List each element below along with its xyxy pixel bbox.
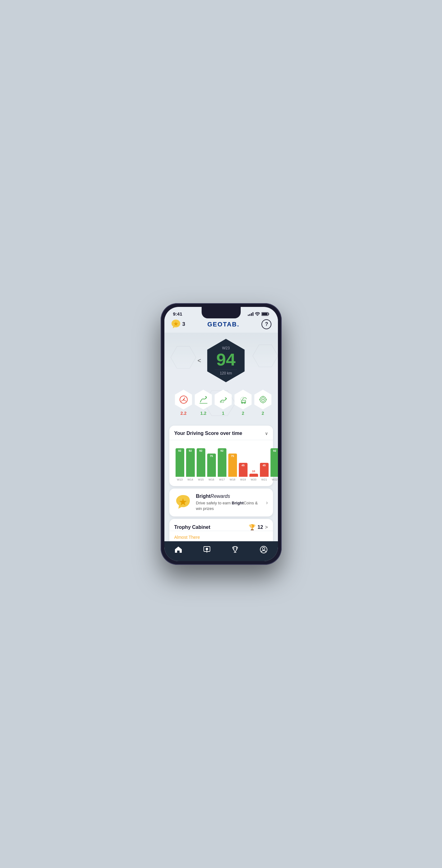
rewards-title: BrightRewards xyxy=(196,494,262,499)
bar-label-inside-2: 92 xyxy=(199,448,202,452)
svg-point-15 xyxy=(262,399,264,400)
nav-trophy[interactable] xyxy=(226,545,244,555)
bottom-navigation xyxy=(165,541,278,561)
bar-label-outside-7: 10 xyxy=(252,469,255,473)
bar-label-inside-3: 75 xyxy=(210,454,213,458)
svg-point-9 xyxy=(183,399,184,400)
chart-bar-fill-1: 92 xyxy=(186,448,195,477)
svg-point-25 xyxy=(206,548,208,550)
score-hexagon: W23 94 120 km xyxy=(204,339,247,382)
chart-bar-fill-4: 92 xyxy=(218,448,227,477)
almost-there-label: Almost There xyxy=(174,535,268,540)
bright-coins-badge[interactable]: 3 xyxy=(171,319,185,330)
bar-week-1: W14 xyxy=(187,478,193,481)
notch xyxy=(202,307,241,318)
battery-icon xyxy=(262,312,269,316)
chart-bar-fill-9: 92 xyxy=(270,448,278,477)
bar-label-inside-1: 92 xyxy=(188,448,192,452)
bar-week-0: W13 xyxy=(177,478,183,481)
phone-screen: 9:41 xyxy=(165,307,278,561)
driving-score-header[interactable]: Your Driving Score over time ∨ xyxy=(174,431,268,436)
speedometer-icon xyxy=(179,395,188,405)
chart-bar-fill-6: 45 xyxy=(239,463,247,477)
chart-bar-6: 45W19 xyxy=(239,463,247,481)
rewards-title-bold: Bright xyxy=(196,494,211,499)
coin-icon xyxy=(171,319,181,330)
chart-bar-wrap-3: 75 xyxy=(207,454,216,477)
rewards-desc-text: Drive safely to earn xyxy=(196,501,232,505)
rewards-desc-bold: Bright xyxy=(232,501,243,505)
chart-bar-wrap-1: 92 xyxy=(186,448,195,477)
cornering-icon xyxy=(238,395,248,405)
map-pin-icon xyxy=(203,546,211,554)
bar-label-inside-6: 45 xyxy=(241,463,244,467)
trophy-nav-icon xyxy=(231,546,239,554)
chart-bar-fill-3: 75 xyxy=(207,454,216,477)
chart-bar-wrap-9: 92 xyxy=(270,448,278,477)
chart-bar-5: 75W18 xyxy=(228,454,237,481)
trophy-title: Trophy Cabinet xyxy=(174,525,210,530)
trophy-header: Trophy Cabinet 🏆 12 > xyxy=(174,524,268,531)
svg-rect-10 xyxy=(241,400,246,403)
distraction-icon xyxy=(258,395,268,405)
driving-score-card: Your Driving Score over time ∨ 92W1392W1… xyxy=(169,426,273,486)
rewards-icon xyxy=(174,494,192,511)
bright-rewards-card[interactable]: BrightRewards Drive safely to earn Brigh… xyxy=(169,489,273,517)
chart-bar-wrap-7: 10 xyxy=(249,474,258,477)
bar-week-4: W17 xyxy=(219,478,225,481)
category-hex-acceleration xyxy=(194,390,213,409)
chart-bar-7: 10W20 xyxy=(249,474,258,481)
bar-week-7: W20 xyxy=(251,478,257,481)
acceleration-icon xyxy=(199,395,208,405)
chart-bar-wrap-5: 75 xyxy=(228,454,237,477)
category-hex-braking xyxy=(213,390,233,409)
trophy-right[interactable]: 🏆 12 > xyxy=(249,524,268,531)
nav-map[interactable] xyxy=(198,545,216,555)
category-hex-speeding xyxy=(174,390,194,409)
chart-bar-1: 92W14 xyxy=(186,448,195,481)
score-divider xyxy=(215,370,237,370)
bar-week-5: W18 xyxy=(230,478,235,481)
svg-point-29 xyxy=(262,548,265,550)
chevron-down-icon[interactable]: ∨ xyxy=(265,431,268,436)
bar-week-3: W16 xyxy=(208,478,214,481)
chart-bar-wrap-2: 92 xyxy=(197,448,205,477)
geotab-logo: GEOTAB. xyxy=(207,321,239,328)
bar-label-inside-5: 75 xyxy=(231,454,234,458)
category-hex-distraction xyxy=(253,390,273,409)
bar-label-inside-4: 92 xyxy=(220,448,223,452)
svg-rect-2 xyxy=(262,313,267,315)
chart-bar-fill-7: 10 xyxy=(249,474,258,477)
trophy-divider xyxy=(169,531,273,531)
nav-profile[interactable] xyxy=(255,545,273,555)
phone-frame: 9:41 xyxy=(161,303,282,565)
bar-label-inside-8: 45 xyxy=(262,463,266,467)
chart-bar-fill-8: 45 xyxy=(260,463,269,477)
score-chart: 92W1392W1492W1575W1692W1775W1845W1910W20… xyxy=(174,444,268,481)
rewards-desc: Drive safely to earn BrightCoins & win p… xyxy=(196,500,262,512)
chart-bar-2: 92W15 xyxy=(197,448,205,481)
trophy-arrow-icon: > xyxy=(265,525,268,530)
scroll-content[interactable]: 3 GEOTAB. ? < W23 94 xyxy=(165,316,278,541)
help-button[interactable]: ? xyxy=(262,319,271,329)
prev-week-button[interactable]: < xyxy=(195,354,204,367)
bar-week-8: W21 xyxy=(261,478,267,481)
chart-bar-0: 92W13 xyxy=(176,448,184,481)
category-hex-cornering xyxy=(233,390,253,409)
chart-bar-wrap-6: 45 xyxy=(239,463,247,477)
wifi-icon xyxy=(255,312,260,316)
bar-label-inside-0: 92 xyxy=(178,448,181,452)
bar-week-2: W15 xyxy=(198,478,204,481)
svg-rect-1 xyxy=(268,313,269,315)
trophy-count: 12 xyxy=(258,525,263,530)
trophy-icon: 🏆 xyxy=(249,524,256,531)
rewards-content: BrightRewards Drive safely to earn Brigh… xyxy=(196,494,262,512)
chart-bar-4: 92W17 xyxy=(218,448,227,481)
nav-home[interactable] xyxy=(169,545,187,555)
chart-bar-fill-2: 92 xyxy=(197,448,205,477)
score-display: < W23 94 120 km xyxy=(171,336,272,387)
status-icons xyxy=(248,312,269,316)
coin-count: 3 xyxy=(182,321,185,328)
bar-week-9: W22 xyxy=(272,478,277,481)
status-time: 9:41 xyxy=(173,311,182,316)
